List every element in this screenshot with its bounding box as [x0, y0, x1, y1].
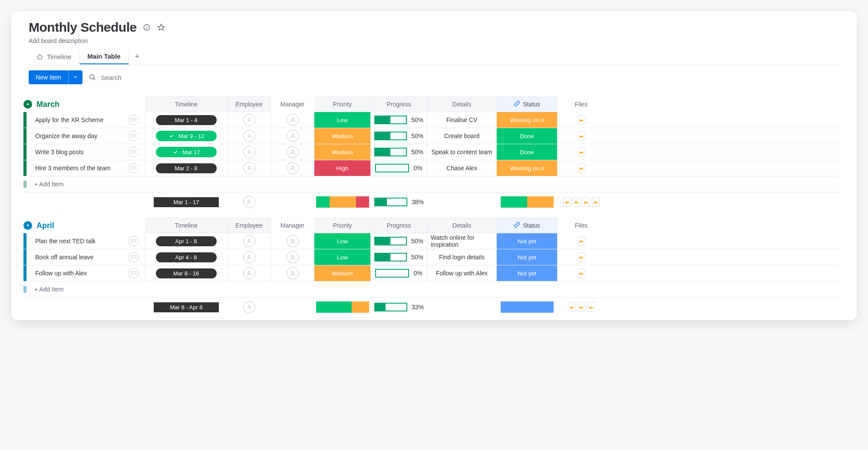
avatar-placeholder[interactable]: [287, 162, 299, 174]
add-item-row[interactable]: + Add Item: [23, 176, 839, 192]
files-thumbs[interactable]: [578, 115, 585, 125]
col-priority[interactable]: Priority: [314, 218, 371, 233]
file-thumb[interactable]: [587, 302, 595, 312]
add-update-icon[interactable]: [128, 115, 139, 125]
new-item-dropdown[interactable]: [68, 70, 83, 84]
timeline-pill[interactable]: Mar 1 - 4: [156, 115, 217, 125]
priority-cell[interactable]: Low: [314, 249, 371, 265]
file-thumb[interactable]: [578, 131, 585, 141]
item-cell[interactable]: Hire 3 members of the team: [23, 160, 145, 176]
file-thumb[interactable]: [592, 197, 600, 207]
item-name[interactable]: Hire 3 members of the team: [31, 165, 124, 172]
item-name[interactable]: Book off annual leave: [31, 254, 124, 261]
priority-cell[interactable]: Medium: [314, 128, 371, 144]
tab-add[interactable]: +: [129, 49, 146, 65]
group-title-cell[interactable]: March: [23, 96, 145, 112]
file-thumb[interactable]: [578, 268, 585, 278]
files-cell[interactable]: [558, 249, 605, 265]
status-cell[interactable]: Not yet: [497, 265, 558, 281]
files-cell[interactable]: [558, 160, 605, 176]
timeline-pill[interactable]: Mar 17: [156, 147, 217, 157]
details-cell[interactable]: Watch online for inspiration: [427, 233, 497, 249]
avatar-placeholder[interactable]: [287, 267, 299, 279]
table-row[interactable]: Hire 3 members of the team Mar 2 - 8 Hig…: [23, 160, 839, 176]
col-timeline[interactable]: Timeline: [145, 218, 228, 233]
file-thumb[interactable]: [578, 163, 585, 173]
manager-cell[interactable]: [271, 233, 314, 249]
manager-cell[interactable]: [271, 112, 314, 128]
employee-cell[interactable]: [228, 160, 271, 176]
files-thumbs[interactable]: [578, 147, 585, 157]
item-name[interactable]: Organize the away day: [31, 132, 124, 139]
item-cell[interactable]: Book off annual leave: [23, 249, 145, 265]
timeline-cell[interactable]: Mar 8 - 16: [145, 265, 228, 281]
col-status[interactable]: Status: [497, 218, 558, 233]
col-files[interactable]: Files: [558, 96, 605, 112]
employee-cell[interactable]: [228, 144, 271, 160]
manager-cell[interactable]: [271, 128, 314, 144]
add-item-label[interactable]: + Add Item: [26, 286, 63, 293]
avatar-placeholder[interactable]: [243, 235, 255, 247]
timeline-cell[interactable]: Apr 1 - 8: [145, 233, 228, 249]
timeline-pill[interactable]: Mar 8 - 16: [156, 268, 217, 278]
collapse-icon[interactable]: [23, 100, 32, 109]
search[interactable]: [89, 73, 184, 82]
table-row[interactable]: Plan the next TED talk Apr 1 - 8 Low 50%…: [23, 233, 839, 249]
group-title-cell[interactable]: April: [23, 218, 145, 233]
table-row[interactable]: Organize the away day Mar 9 - 12 Medium …: [23, 128, 839, 144]
search-input[interactable]: [100, 73, 184, 82]
manager-cell[interactable]: [271, 249, 314, 265]
details-cell[interactable]: Follow up with Alex: [427, 265, 497, 281]
avatar-placeholder[interactable]: [243, 114, 255, 126]
files-thumbs[interactable]: [578, 268, 585, 278]
status-cell[interactable]: Done: [497, 144, 558, 160]
priority-cell[interactable]: High: [314, 160, 371, 176]
timeline-pill[interactable]: Mar 2 - 8: [156, 163, 217, 173]
add-update-icon[interactable]: [128, 131, 139, 141]
item-name[interactable]: Plan the next TED talk: [31, 238, 124, 245]
file-thumb[interactable]: [568, 302, 576, 312]
item-name[interactable]: Follow up with Alex: [31, 270, 124, 277]
files-thumbs[interactable]: [578, 236, 585, 246]
col-status[interactable]: Status: [497, 96, 558, 112]
employee-cell[interactable]: [228, 233, 271, 249]
add-update-icon[interactable]: [128, 252, 139, 262]
item-cell[interactable]: Organize the away day: [23, 128, 145, 144]
avatar-placeholder[interactable]: [243, 130, 255, 142]
add-update-icon[interactable]: [128, 236, 139, 246]
col-progress[interactable]: Progress: [371, 218, 427, 233]
manager-cell[interactable]: [271, 265, 314, 281]
timeline-pill[interactable]: Apr 1 - 8: [156, 236, 217, 246]
timeline-cell[interactable]: Mar 9 - 12: [145, 128, 228, 144]
timeline-pill[interactable]: Apr 4 - 8: [156, 252, 217, 262]
avatar-placeholder[interactable]: [287, 130, 299, 142]
info-icon[interactable]: [143, 23, 151, 31]
progress-cell[interactable]: 50%: [371, 249, 427, 265]
progress-cell[interactable]: 0%: [371, 160, 427, 176]
files-cell[interactable]: [558, 144, 605, 160]
col-files[interactable]: Files: [558, 218, 605, 233]
col-manager[interactable]: Manager: [271, 218, 314, 233]
file-thumb[interactable]: [578, 115, 585, 125]
progress-cell[interactable]: 50%: [371, 144, 427, 160]
group-title[interactable]: April: [36, 221, 54, 230]
table-row[interactable]: Apply for the XR Scheme Mar 1 - 4 Low 50…: [23, 112, 839, 128]
progress-cell[interactable]: 50%: [371, 233, 427, 249]
avatar-placeholder[interactable]: [243, 251, 255, 263]
star-icon[interactable]: [157, 23, 165, 32]
files-thumbs[interactable]: [578, 131, 585, 141]
status-cell[interactable]: Done: [497, 128, 558, 144]
tab-timeline[interactable]: Timeline: [29, 50, 79, 64]
add-update-icon[interactable]: [128, 147, 139, 157]
avatar-placeholder[interactable]: [287, 235, 299, 247]
file-thumb[interactable]: [578, 252, 585, 262]
col-progress[interactable]: Progress: [371, 96, 427, 112]
item-cell[interactable]: Plan the next TED talk: [23, 233, 145, 249]
collapse-icon[interactable]: [23, 221, 32, 230]
col-employee[interactable]: Employee: [228, 218, 271, 233]
priority-cell[interactable]: Medium: [314, 144, 371, 160]
progress-cell[interactable]: 0%: [371, 265, 427, 281]
manager-cell[interactable]: [271, 160, 314, 176]
add-item-row[interactable]: + Add Item: [23, 281, 839, 298]
timeline-pill[interactable]: Mar 9 - 12: [156, 131, 217, 141]
